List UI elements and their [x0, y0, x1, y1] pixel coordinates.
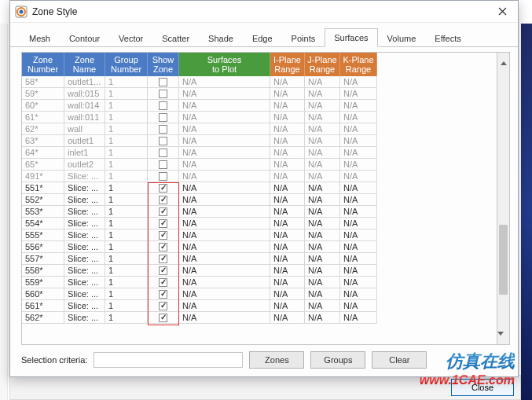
- cell-show[interactable]: [148, 218, 179, 229]
- show-zone-checkbox[interactable]: [159, 172, 167, 181]
- show-zone-checkbox[interactable]: [159, 125, 167, 134]
- tab-mesh[interactable]: Mesh: [20, 29, 60, 47]
- cell-ip[interactable]: N/A: [270, 159, 305, 171]
- cell-show[interactable]: [148, 76, 179, 88]
- cell-zn[interactable]: 554*: [22, 218, 64, 229]
- table-row[interactable]: 491*Slice: ...1N/AN/AN/AN/A: [22, 171, 497, 182]
- show-zone-checkbox[interactable]: [159, 278, 167, 287]
- cell-show[interactable]: [148, 206, 179, 218]
- cell-grp[interactable]: 1: [105, 206, 148, 218]
- cell-kp[interactable]: N/A: [340, 194, 377, 206]
- show-zone-checkbox[interactable]: [159, 266, 167, 275]
- table-row[interactable]: 64*inlet11N/AN/AN/AN/A: [22, 147, 497, 159]
- cell-ip[interactable]: N/A: [270, 229, 305, 241]
- cell-name[interactable]: wall: [64, 123, 105, 135]
- column-header[interactable]: J-PlaneRange: [305, 53, 340, 76]
- cell-name[interactable]: wall:011: [64, 112, 105, 123]
- cell-kp[interactable]: N/A: [340, 100, 377, 112]
- cell-name[interactable]: Slice: ...: [64, 206, 105, 218]
- cell-name[interactable]: outlet1: [64, 135, 105, 147]
- column-header[interactable]: Surfacesto Plot: [179, 53, 270, 76]
- cell-show[interactable]: [148, 135, 179, 147]
- cell-grp[interactable]: 1: [105, 218, 148, 229]
- cell-grp[interactable]: 1: [105, 182, 148, 194]
- column-header[interactable]: K-PlaneRange: [340, 53, 377, 76]
- cell-name[interactable]: Slice: ...: [64, 241, 105, 253]
- cell-jp[interactable]: N/A: [305, 241, 340, 253]
- cell-jp[interactable]: N/A: [305, 182, 340, 194]
- show-zone-checkbox[interactable]: [159, 78, 167, 86]
- cell-show[interactable]: [148, 241, 179, 253]
- cell-name[interactable]: outlet2: [64, 159, 105, 171]
- cell-kp[interactable]: N/A: [340, 112, 377, 123]
- clear-button[interactable]: Clear: [372, 351, 427, 369]
- cell-surf[interactable]: N/A: [179, 88, 270, 100]
- cell-zn[interactable]: 62*: [22, 123, 64, 135]
- cell-zn[interactable]: 59*: [22, 88, 64, 100]
- cell-name[interactable]: Slice: ...: [64, 265, 105, 277]
- cell-grp[interactable]: 1: [105, 194, 148, 206]
- table-row[interactable]: 558*Slice: ...1N/AN/AN/AN/A: [22, 265, 497, 277]
- cell-show[interactable]: [148, 88, 179, 100]
- cell-surf[interactable]: N/A: [179, 265, 270, 277]
- cell-surf[interactable]: N/A: [179, 300, 270, 312]
- cell-ip[interactable]: N/A: [270, 300, 305, 312]
- tab-volume[interactable]: Volume: [378, 29, 426, 47]
- cell-name[interactable]: wall:015: [64, 88, 105, 100]
- show-zone-checkbox[interactable]: [159, 196, 167, 204]
- table-row[interactable]: 557*Slice: ...1N/AN/AN/AN/A: [22, 253, 497, 265]
- show-zone-checkbox[interactable]: [159, 149, 167, 157]
- cell-show[interactable]: [148, 312, 179, 324]
- table-row[interactable]: 65*outlet21N/AN/AN/AN/A: [22, 159, 497, 171]
- tab-effects[interactable]: Effects: [425, 29, 470, 47]
- cell-zn[interactable]: 491*: [22, 171, 64, 182]
- cell-name[interactable]: Slice: ...: [64, 171, 105, 182]
- cell-zn[interactable]: 551*: [22, 182, 64, 194]
- tab-shade[interactable]: Shade: [199, 29, 243, 47]
- scroll-up-button[interactable]: [497, 53, 509, 65]
- cell-surf[interactable]: N/A: [179, 194, 270, 206]
- cell-grp[interactable]: 1: [105, 312, 148, 324]
- show-zone-checkbox[interactable]: [159, 90, 167, 98]
- cell-ip[interactable]: N/A: [270, 147, 305, 159]
- cell-kp[interactable]: N/A: [340, 218, 377, 229]
- cell-name[interactable]: Slice: ...: [64, 182, 105, 194]
- cell-name[interactable]: Slice: ...: [64, 253, 105, 265]
- table-row[interactable]: 554*Slice: ...1N/AN/AN/AN/A: [22, 218, 497, 229]
- cell-jp[interactable]: N/A: [305, 265, 340, 277]
- cell-name[interactable]: Slice: ...: [64, 194, 105, 206]
- table-row[interactable]: 63*outlet11N/AN/AN/AN/A: [22, 135, 497, 147]
- cell-jp[interactable]: N/A: [305, 229, 340, 241]
- cell-kp[interactable]: N/A: [340, 123, 377, 135]
- table-row[interactable]: 551*Slice: ...1N/AN/AN/AN/A: [22, 182, 497, 194]
- table-row[interactable]: 553*Slice: ...1N/AN/AN/AN/A: [22, 206, 497, 218]
- cell-surf[interactable]: N/A: [179, 147, 270, 159]
- window-close-button[interactable]: [486, 1, 518, 23]
- cell-grp[interactable]: 1: [105, 277, 148, 288]
- show-zone-checkbox[interactable]: [159, 137, 167, 145]
- cell-name[interactable]: Slice: ...: [64, 229, 105, 241]
- cell-surf[interactable]: N/A: [179, 277, 270, 288]
- cell-jp[interactable]: N/A: [305, 277, 340, 288]
- cell-surf[interactable]: N/A: [179, 288, 270, 300]
- cell-grp[interactable]: 1: [105, 123, 148, 135]
- show-zone-checkbox[interactable]: [159, 160, 167, 169]
- show-zone-checkbox[interactable]: [159, 113, 167, 122]
- vertical-scrollbar[interactable]: [497, 53, 509, 344]
- cell-jp[interactable]: N/A: [305, 300, 340, 312]
- tab-vector[interactable]: Vector: [109, 29, 152, 47]
- cell-show[interactable]: [148, 159, 179, 171]
- table-row[interactable]: 61*wall:0111N/AN/AN/AN/A: [22, 112, 497, 123]
- show-zone-checkbox[interactable]: [159, 243, 167, 251]
- tab-surfaces[interactable]: Surfaces: [325, 28, 377, 47]
- cell-grp[interactable]: 1: [105, 159, 148, 171]
- cell-jp[interactable]: N/A: [305, 100, 340, 112]
- table-row[interactable]: 59*wall:0151N/AN/AN/AN/A: [22, 88, 497, 100]
- cell-kp[interactable]: N/A: [340, 312, 377, 324]
- cell-kp[interactable]: N/A: [340, 229, 377, 241]
- cell-zn[interactable]: 559*: [22, 277, 64, 288]
- show-zone-checkbox[interactable]: [159, 255, 167, 263]
- cell-name[interactable]: Slice: ...: [64, 218, 105, 229]
- column-header[interactable]: I-PlaneRange: [270, 53, 305, 76]
- cell-ip[interactable]: N/A: [270, 194, 305, 206]
